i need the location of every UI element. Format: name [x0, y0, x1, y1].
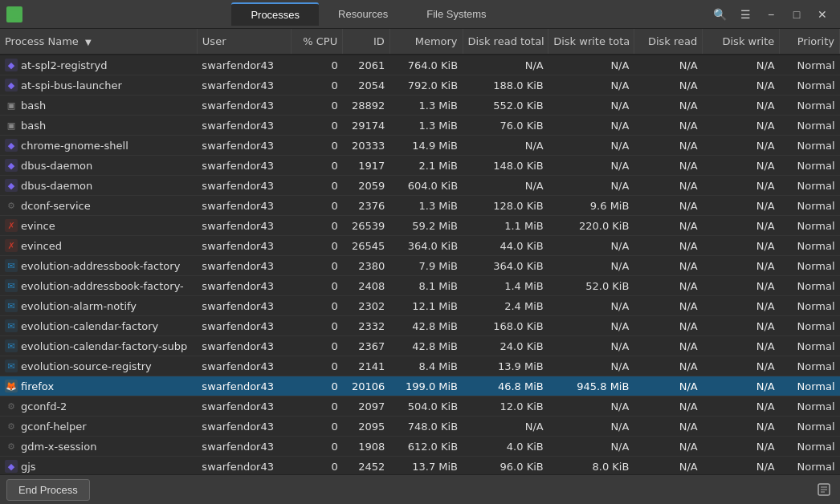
- table-row[interactable]: ✗ evinced swarfendor43 0 26545 364.0 KiB…: [0, 236, 840, 256]
- search-button[interactable]: 🔍: [708, 6, 731, 23]
- tab-filesystems[interactable]: File Systems: [407, 3, 505, 25]
- col-header-name[interactable]: Process Name ▼: [0, 29, 197, 55]
- process-user: swarfendor43: [197, 156, 291, 176]
- table-row[interactable]: ◆ at-spi-bus-launcher swarfendor43 0 205…: [0, 75, 840, 96]
- table-row[interactable]: ◆ dbus-daemon swarfendor43 0 1917 2.1 Mi…: [0, 156, 840, 176]
- close-button[interactable]: ✕: [811, 6, 834, 23]
- col-header-diskread2[interactable]: Disk read: [634, 29, 702, 55]
- process-icon: ⚙: [5, 199, 18, 212]
- process-priority: Normal: [780, 236, 840, 256]
- table-row[interactable]: ◆ chrome-gnome-shell swarfendor43 0 2033…: [0, 136, 840, 156]
- minimize-button[interactable]: −: [760, 6, 782, 23]
- table-row[interactable]: ✉ evolution-addressbook-factory- swarfen…: [0, 276, 840, 296]
- process-name-cell: ▣ bash: [0, 96, 197, 116]
- process-id: 26545: [343, 236, 390, 256]
- tab-processes[interactable]: Processes: [231, 2, 319, 26]
- process-id: 2376: [343, 196, 390, 216]
- process-id: 26539: [343, 216, 390, 236]
- process-diskwrite-total: N/A: [548, 236, 634, 256]
- col-header-diskwrite2[interactable]: Disk write: [703, 29, 780, 55]
- col-header-memory[interactable]: Memory: [389, 29, 463, 55]
- process-user: swarfendor43: [197, 376, 291, 396]
- process-icon: ✉: [5, 299, 18, 312]
- col-header-diskread[interactable]: Disk read total: [463, 29, 548, 55]
- col-header-priority[interactable]: Priority: [780, 29, 840, 55]
- table-row[interactable]: ⚙ dconf-service swarfendor43 0 2376 1.3 …: [0, 196, 840, 216]
- table-row[interactable]: ✗ evince swarfendor43 0 26539 59.2 MiB 1…: [0, 216, 840, 236]
- process-diskread-total: 1.1 MiB: [463, 216, 548, 236]
- table-row[interactable]: ◆ at-spl2-registryd swarfendor43 0 2061 …: [0, 55, 840, 75]
- maximize-button[interactable]: □: [785, 6, 808, 23]
- process-diskread-total: 552.0 KiB: [463, 96, 548, 116]
- process-user: swarfendor43: [197, 55, 291, 75]
- svg-rect-0: [9, 10, 20, 18]
- process-memory: 604.0 KiB: [389, 176, 463, 196]
- process-diskwrite: N/A: [703, 236, 780, 256]
- process-user: swarfendor43: [197, 116, 291, 136]
- table-row[interactable]: ◆ dbus-daemon swarfendor43 0 2059 604.0 …: [0, 176, 840, 196]
- table-row[interactable]: ⚙ gdm-x-session swarfendor43 0 1908 612.…: [0, 437, 840, 457]
- process-priority: Normal: [780, 316, 840, 336]
- col-header-cpu[interactable]: % CPU: [292, 29, 343, 55]
- table-row[interactable]: ▣ bash swarfendor43 0 28892 1.3 MiB 552.…: [0, 96, 840, 116]
- process-memory: 8.4 MiB: [389, 356, 463, 376]
- table-row[interactable]: ✉ evolution-calendar-factory swarfendor4…: [0, 316, 840, 336]
- process-id: 2095: [343, 417, 390, 437]
- process-id: 2332: [343, 316, 390, 336]
- process-user: swarfendor43: [197, 216, 291, 236]
- col-header-diskwrite[interactable]: Disk write tota: [548, 29, 634, 55]
- process-user: swarfendor43: [197, 96, 291, 116]
- process-priority: Normal: [780, 96, 840, 116]
- process-cpu: 0: [292, 176, 343, 196]
- process-name-label: evinced: [21, 240, 62, 252]
- process-priority: Normal: [780, 437, 840, 457]
- process-cpu: 0: [292, 336, 343, 356]
- process-diskread-total: 24.0 KiB: [463, 336, 548, 356]
- process-memory: 7.9 MiB: [389, 256, 463, 276]
- process-diskread: N/A: [634, 216, 702, 236]
- process-name-cell: ✗ evinced: [0, 236, 197, 256]
- process-diskwrite: N/A: [703, 316, 780, 336]
- process-name-cell: ⚙ dconf-service: [0, 196, 197, 216]
- process-name-label: at-spl2-registryd: [21, 59, 107, 71]
- process-cpu: 0: [292, 356, 343, 376]
- process-user: swarfendor43: [197, 457, 291, 475]
- table-row[interactable]: 🦊 firefox swarfendor43 0 20106 199.0 MiB…: [0, 376, 840, 396]
- process-id: 2452: [343, 457, 390, 475]
- table-row[interactable]: ✉ evolution-addressbook-factory swarfend…: [0, 256, 840, 276]
- process-cpu: 0: [292, 376, 343, 396]
- table-row[interactable]: ⚙ gconfd-2 swarfendor43 0 2097 504.0 KiB…: [0, 396, 840, 417]
- process-diskwrite-total: N/A: [548, 296, 634, 316]
- process-diskwrite-total: 9.6 MiB: [548, 196, 634, 216]
- process-name-cell: ◆ at-spl2-registryd: [0, 55, 197, 75]
- process-name-cell: ◆ dbus-daemon: [0, 156, 197, 176]
- table-row[interactable]: ◆ gjs swarfendor43 0 2452 13.7 MiB 96.0 …: [0, 457, 840, 475]
- table-row[interactable]: ✉ evolution-calendar-factory-subp swarfe…: [0, 336, 840, 356]
- table-row[interactable]: ✉ evolution-alarm-notify swarfendor43 0 …: [0, 296, 840, 316]
- process-diskwrite: N/A: [703, 437, 780, 457]
- process-name-label: evolution-addressbook-factory-: [21, 280, 184, 292]
- process-diskwrite: N/A: [703, 396, 780, 417]
- process-cpu: 0: [292, 457, 343, 475]
- process-user: swarfendor43: [197, 356, 291, 376]
- col-header-user[interactable]: User: [197, 29, 291, 55]
- table-row[interactable]: ✉ evolution-source-registry swarfendor43…: [0, 356, 840, 376]
- process-diskread-total: 168.0 KiB: [463, 316, 548, 336]
- process-diskread: N/A: [634, 116, 702, 136]
- process-diskread-total: N/A: [463, 136, 548, 156]
- process-icon: 🦊: [5, 380, 18, 392]
- process-memory: 2.1 MiB: [389, 156, 463, 176]
- table-row[interactable]: ▣ bash swarfendor43 0 29174 1.3 MiB 76.0…: [0, 116, 840, 136]
- table-row[interactable]: ⚙ gconf-helper swarfendor43 0 2095 748.0…: [0, 417, 840, 437]
- process-cpu: 0: [292, 417, 343, 437]
- menu-button[interactable]: ☰: [734, 6, 756, 23]
- col-header-id[interactable]: ID: [343, 29, 390, 55]
- process-diskwrite: N/A: [703, 136, 780, 156]
- help-button[interactable]: [814, 480, 834, 499]
- tab-resources[interactable]: Resources: [319, 3, 407, 25]
- process-diskwrite-total: 945.8 MiB: [548, 376, 634, 396]
- process-diskread: N/A: [634, 196, 702, 216]
- end-process-button[interactable]: End Process: [6, 479, 90, 501]
- process-cpu: 0: [292, 396, 343, 417]
- process-id: 28892: [343, 96, 390, 116]
